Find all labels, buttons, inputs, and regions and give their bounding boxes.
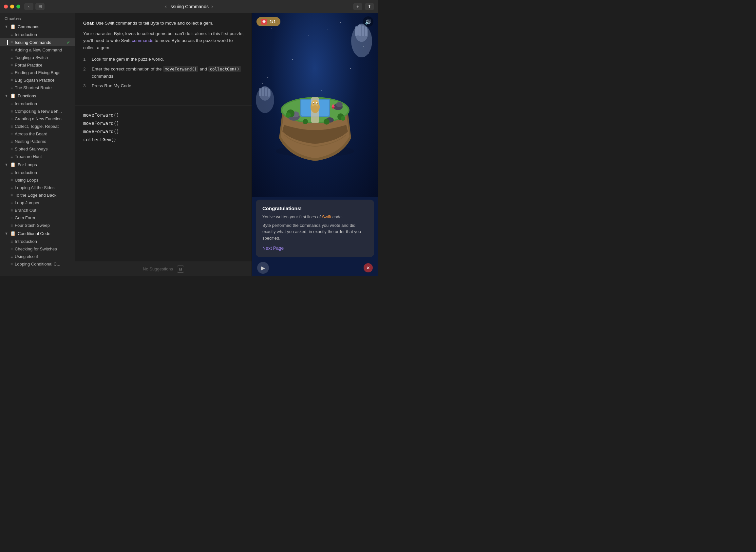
list-icon: ≡ — [10, 208, 13, 213]
sidebar-item-treasure[interactable]: ≡ Treasure Hunt — [0, 153, 75, 160]
step-num-3: 3 — [83, 82, 88, 90]
step-text-3: Press Run My Code. — [92, 82, 133, 90]
list-icon: ≡ — [10, 216, 13, 220]
layout-toggle-button[interactable]: ⊞ — [35, 3, 44, 10]
congrats-body1-pre: You've written your first lines of — [262, 215, 322, 219]
commands-items: ≡ Introduction ≡ Issuing Commands ✓ ≡ Ad… — [0, 31, 75, 92]
sidebar-item-slotted[interactable]: ≡ Slotted Stairways — [0, 145, 75, 153]
svg-point-32 — [286, 112, 291, 118]
svg-point-23 — [313, 103, 314, 104]
maximize-button[interactable] — [16, 5, 20, 9]
sidebar-item-introduction-cmd[interactable]: ≡ Introduction — [0, 31, 75, 38]
list-icon: ≡ — [10, 185, 13, 190]
for-loops-group-header[interactable]: ▼ 📋 For Loops — [0, 160, 75, 169]
sidebar-item-four-stash[interactable]: ≡ Four Stash Sweep — [0, 222, 75, 229]
suggestions-toggle-button[interactable]: ⊟ — [177, 266, 184, 273]
sidebar-item-finding-bugs[interactable]: ≡ Finding and Fixing Bugs — [0, 69, 75, 77]
sidebar-item-intro-cond[interactable]: ≡ Introduction — [0, 238, 75, 245]
code-line-4: collectGem() — [83, 136, 244, 144]
code-editor[interactable]: moveForward() moveForward() moveForward(… — [75, 106, 251, 262]
sidebar-item-adding-command[interactable]: ≡ Adding a New Command — [0, 46, 75, 54]
close-icon: ✕ — [366, 265, 370, 270]
chapter-title: Issuing Commands — [169, 4, 209, 9]
sidebar-item-branch-out[interactable]: ≡ Branch Out — [0, 206, 75, 214]
steps-list: 1 Look for the gem in the puzzle world. … — [83, 56, 244, 89]
sidebar-item-composing[interactable]: ≡ Composing a New Beh... — [0, 108, 75, 115]
share-button[interactable]: ⬆ — [365, 3, 374, 10]
prev-chapter-arrow[interactable]: ‹ — [165, 4, 167, 9]
for-loops-items: ≡ Introduction ≡ Using Loops ≡ Looping A… — [0, 169, 75, 229]
close-congrats-button[interactable]: ✕ — [364, 263, 373, 272]
sidebar-item-using-loops[interactable]: ≡ Using Loops — [0, 176, 75, 184]
sidebar-item-issuing-commands[interactable]: ≡ Issuing Commands ✓ — [0, 38, 75, 46]
sidebar-item-intro-func[interactable]: ≡ Introduction — [0, 100, 75, 108]
sidebar-item-loop-jumper[interactable]: ≡ Loop Jumper — [0, 199, 75, 206]
for-loops-group: ▼ 📋 For Loops ≡ Introduction ≡ Using Loo… — [0, 160, 75, 229]
conditional-group: ▼ 📋 Conditional Code ≡ Introduction ≡ Ch… — [0, 229, 75, 268]
svg-point-34 — [341, 116, 345, 121]
add-button[interactable]: + — [353, 3, 362, 10]
sound-button[interactable]: 🔊 — [363, 16, 373, 27]
titlebar-actions: + ⬆ — [353, 3, 374, 10]
minimize-button[interactable] — [10, 5, 14, 9]
sidebar-item-shortest-route[interactable]: ≡ The Shortest Route — [0, 84, 75, 92]
close-button[interactable] — [4, 5, 8, 9]
conditional-group-label: Conditional Code — [18, 231, 50, 236]
chevron-down-icon: ▼ — [5, 163, 8, 166]
game-panel: 1/1 🔊 — [252, 13, 378, 276]
next-chapter-arrow[interactable]: › — [211, 4, 213, 9]
sidebar-item-looping-sides[interactable]: ≡ Looping All the Sides — [0, 184, 75, 191]
conditional-group-header[interactable]: ▼ 📋 Conditional Code — [0, 229, 75, 238]
suggestions-icon-symbol: ⊟ — [179, 267, 182, 271]
list-icon: ≡ — [10, 48, 13, 52]
list-icon: ≡ — [10, 32, 13, 37]
suggestions-bar: No Suggestions ⊟ — [75, 262, 251, 276]
code-line-2: moveForward() — [83, 119, 244, 128]
sidebar-item-intro-loops[interactable]: ≡ Introduction — [0, 169, 75, 176]
list-icon: ≡ — [10, 139, 13, 144]
sidebar-item-collect-toggle[interactable]: ≡ Collect, Toggle, Repeat — [0, 123, 75, 130]
list-icon: ≡ — [10, 223, 13, 228]
sidebar-item-portal[interactable]: ≡ Portal Practice — [0, 61, 75, 69]
step-3: 3 Press Run My Code. — [83, 82, 244, 90]
sidebar-item-gem-farm[interactable]: ≡ Gem Farm — [0, 214, 75, 222]
commands-link[interactable]: commands — [132, 38, 153, 43]
chevron-down-icon: ▼ — [5, 232, 8, 235]
next-page-link[interactable]: Next Page — [262, 246, 284, 251]
list-icon: ≡ — [10, 178, 13, 182]
code-line-1: moveForward() — [83, 111, 244, 119]
editor-game-row: Goal: Use Swift commands to tell Byte to… — [75, 13, 378, 276]
list-icon: ≡ — [10, 124, 13, 129]
sidebar-item-nesting[interactable]: ≡ Nesting Patterns — [0, 138, 75, 145]
goal-paragraph: Goal: Use Swift commands to tell Byte to… — [83, 20, 244, 27]
sidebar-item-checking-switches[interactable]: ≡ Checking for Switches — [0, 245, 75, 253]
back-nav-button[interactable]: ‹ — [24, 3, 33, 10]
goal-text: Use Swift commands to tell Byte to move … — [96, 21, 213, 26]
check-icon: ✓ — [66, 40, 70, 45]
svg-point-36 — [303, 119, 308, 124]
sidebar-item-toggling[interactable]: ≡ Toggling a Switch — [0, 54, 75, 61]
gem-count: 1/1 — [269, 19, 276, 24]
sidebar-item-looping-cond[interactable]: ≡ Looping Conditional C... — [0, 260, 75, 268]
congrats-body1: You've written your first lines of Swift… — [262, 214, 368, 220]
gem-counter: 1/1 — [256, 17, 280, 26]
sidebar-item-creating-function[interactable]: ≡ Creating a New Function — [0, 115, 75, 123]
chapter-doc-icon: 📋 — [10, 231, 16, 236]
commands-group-header[interactable]: ▼ 📋 Commands — [0, 22, 75, 31]
list-icon: ≡ — [10, 147, 13, 151]
sidebar-item-else-if[interactable]: ≡ Using else if — [0, 253, 75, 260]
list-icon: ≡ — [10, 254, 13, 259]
step-text-1: Look for the gem in the puzzle world. — [92, 56, 164, 63]
sidebar-item-edge-back[interactable]: ≡ To the Edge and Back — [0, 191, 75, 199]
for-loops-group-label: For Loops — [18, 162, 37, 167]
list-icon: ≡ — [10, 40, 13, 44]
list-icon: ≡ — [10, 109, 13, 114]
sidebar-item-bug-squash[interactable]: ≡ Bug Squash Practice — [0, 77, 75, 84]
sidebar-item-across-board[interactable]: ≡ Across the Board — [0, 130, 75, 138]
play-icon: ▶ — [261, 265, 265, 271]
functions-group-header[interactable]: ▼ 📋 Functions — [0, 92, 75, 100]
step-num-1: 1 — [83, 56, 88, 63]
conditional-items: ≡ Introduction ≡ Checking for Switches ≡… — [0, 238, 75, 268]
main-layout: Chapters ▼ 📋 Commands ≡ Introduction ≡ I… — [0, 13, 378, 276]
play-button[interactable]: ▶ — [257, 262, 269, 274]
